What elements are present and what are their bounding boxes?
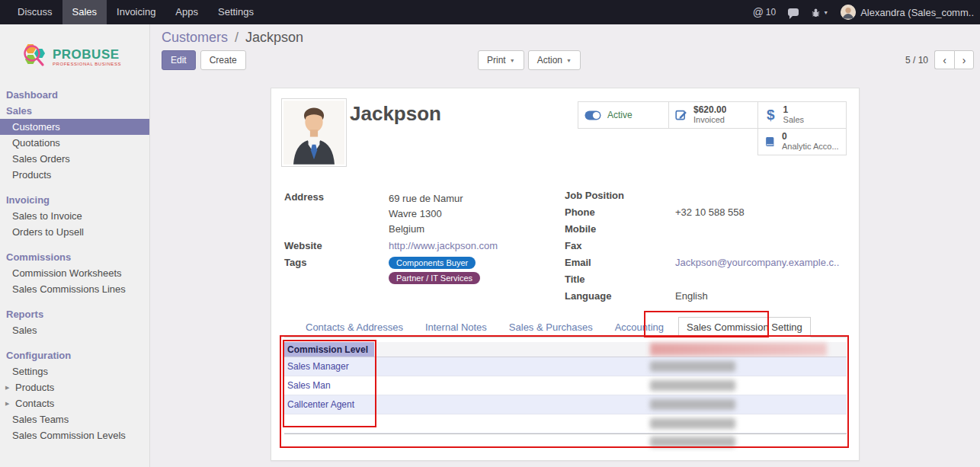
menu-discuss[interactable]: Discuss (8, 0, 62, 24)
sidebar-header-sales[interactable]: Sales (0, 103, 149, 119)
brand-logo[interactable]: PROBUSE PROFESSIONAL BUSINESS (0, 24, 149, 87)
column-header-commission-level[interactable]: Commission Level (284, 342, 374, 357)
field-language: Language English (565, 290, 847, 305)
sales-count: 1 (783, 105, 805, 115)
menu-apps[interactable]: Apps (165, 0, 208, 24)
breadcrumb-customers-link[interactable]: Customers (162, 30, 228, 45)
table-row-empty[interactable] (284, 414, 847, 433)
action-dropdown-button[interactable]: Action ▼ (528, 50, 581, 70)
sidebar-item-reports-sales[interactable]: Sales (0, 322, 149, 338)
tab-sales-purchases[interactable]: Sales & Purchases (501, 318, 600, 337)
pager-counter: 5 / 10 (905, 55, 928, 66)
title-label: Title (565, 273, 675, 288)
brand-tagline: PROFESSIONAL BUSINESS (53, 62, 121, 66)
email-link[interactable]: Jackpson@yourcompany.example.c.. (675, 257, 839, 271)
sidebar-header-reports[interactable]: Reports (0, 306, 149, 322)
menu-sales[interactable]: Sales (62, 0, 107, 24)
field-group-right: Job Position Phone +32 10 588 558 Mobile… (565, 190, 847, 307)
messages-button[interactable] (788, 7, 799, 18)
chat-icon (788, 8, 799, 16)
sidebar-item-label: Sales to Invoice (12, 208, 82, 224)
breadcrumb-current: Jackpson (245, 30, 303, 45)
user-avatar (841, 5, 856, 20)
stat-button-invoiced[interactable]: $620.00 Invoiced (668, 101, 758, 129)
address-city: Wavre 1300 (389, 206, 463, 222)
sidebar-item-dashboard[interactable]: Dashboard (0, 87, 149, 103)
invoiced-amount: $620.00 (693, 105, 726, 115)
language-value[interactable]: English (675, 290, 708, 305)
menu-settings[interactable]: Settings (208, 0, 264, 24)
tab-internal-notes[interactable]: Internal Notes (418, 318, 495, 337)
pager-next-button[interactable]: › (954, 50, 974, 69)
table-footer-row (284, 433, 847, 449)
website-link[interactable]: http://www.jackpson.com (389, 240, 498, 251)
redacted-cell (650, 399, 735, 410)
breadcrumb: Customers / Jackpson (162, 30, 303, 46)
tag-partner-it-services[interactable]: Partner / IT Services (389, 272, 480, 284)
sidebar-section-sales: Sales Customers Quotations Sales Orders … (0, 103, 149, 183)
phone-label: Phone (565, 206, 675, 221)
pager-previous-button[interactable]: ‹ (934, 50, 954, 69)
sidebar-item-settings[interactable]: Settings (0, 363, 149, 379)
sidebar-item-products[interactable]: Products (0, 167, 149, 183)
phone-value[interactable]: +32 10 588 558 (675, 206, 745, 221)
redacted-cell (650, 418, 735, 429)
partner-photo[interactable] (281, 98, 347, 167)
control-panel-actions: Print ▼ Action ▼ (478, 50, 581, 70)
probuse-logo-icon (21, 43, 49, 72)
user-menu[interactable]: Alexandra (Sales_comm.. (841, 5, 974, 20)
table-row-callcenter-agent[interactable]: Callcenter Agent (284, 395, 847, 414)
mentions-button[interactable]: @ 10 (753, 6, 777, 18)
sidebar-item-sales-teams[interactable]: Sales Teams (0, 411, 149, 427)
chevron-down-icon: ▼ (823, 10, 828, 15)
sidebar-header-configuration[interactable]: Configuration (0, 347, 149, 363)
action-label: Action (537, 55, 562, 66)
expand-arrow-icon: ▶ (5, 395, 12, 411)
user-name: Alexandra (Sales_comm.. (860, 7, 974, 18)
tab-contacts-addresses[interactable]: Contacts & Addresses (298, 318, 411, 337)
sidebar-item-label: Sales Orders (12, 151, 70, 167)
menu-invoicing[interactable]: Invoicing (107, 0, 165, 24)
sidebar-item-config-products[interactable]: ▶ Products (0, 379, 149, 395)
commission-table: Commission Level Sales Manager Sales Man… (284, 342, 847, 449)
invoiced-label: Invoiced (693, 115, 726, 125)
edit-button[interactable]: Edit (162, 50, 196, 70)
topbar-systray: @ 10 ▼ Alexandra (Sales_comm.. (753, 0, 980, 24)
tab-accounting[interactable]: Accounting (607, 318, 671, 337)
print-dropdown-button[interactable]: Print ▼ (478, 50, 524, 70)
sidebar-item-customers[interactable]: Customers (0, 119, 149, 135)
stat-button-active[interactable]: Active (578, 101, 669, 129)
sidebar-item-sales-commission-levels[interactable]: Sales Commission Levels (0, 427, 149, 443)
table-row-sales-manager[interactable]: Sales Manager (284, 357, 847, 376)
tab-sales-commission-setting[interactable]: Sales Commission Setting (678, 317, 811, 337)
sidebar-item-quotations[interactable]: Quotations (0, 135, 149, 151)
chevron-down-icon: ▼ (566, 58, 572, 63)
sidebar-item-sales-orders[interactable]: Sales Orders (0, 151, 149, 167)
commission-level-cell: Sales Manager (284, 361, 374, 372)
sidebar-item-sales-commissions-lines[interactable]: Sales Commissions Lines (0, 281, 149, 297)
sidebar-item-commission-worksheets[interactable]: Commission Worksheets (0, 265, 149, 281)
website-label: Website (284, 240, 389, 251)
language-label: Language (565, 290, 675, 305)
tags-value: Components Buyer Partner / IT Services (389, 257, 480, 284)
sidebar-item-label: Products (12, 167, 51, 183)
print-label: Print (487, 55, 506, 66)
stat-button-analytic-accounts[interactable]: 0 Analytic Acco... (757, 128, 847, 155)
sidebar-item-config-contacts[interactable]: ▶ Contacts (0, 395, 149, 411)
sidebar-section-invoicing: Invoicing Sales to Invoice Orders to Ups… (0, 192, 149, 240)
mention-icon: @ (753, 6, 764, 18)
create-button[interactable]: Create (200, 50, 246, 70)
field-tags: Tags Components Buyer Partner / IT Servi… (284, 257, 551, 284)
sidebar-item-sales-to-invoice[interactable]: Sales to Invoice (0, 208, 149, 224)
debug-menu-button[interactable]: ▼ (811, 8, 828, 18)
analytic-count: 0 (782, 132, 839, 142)
sidebar-header-commissions[interactable]: Commissions (0, 249, 149, 265)
tag-components-buyer[interactable]: Components Buyer (389, 257, 476, 269)
address-value[interactable]: 69 rue de Namur Wavre 1300 Belgium (389, 191, 463, 237)
expand-arrow-icon: ▶ (5, 379, 12, 395)
table-row-sales-man[interactable]: Sales Man (284, 376, 847, 395)
stat-button-sales[interactable]: $ 1 Sales (757, 101, 847, 129)
sidebar-item-orders-to-upsell[interactable]: Orders to Upsell (0, 224, 149, 240)
sidebar-header-invoicing[interactable]: Invoicing (0, 192, 149, 208)
sidebar-section-configuration: Configuration Settings ▶ Products ▶ Cont… (0, 347, 149, 443)
